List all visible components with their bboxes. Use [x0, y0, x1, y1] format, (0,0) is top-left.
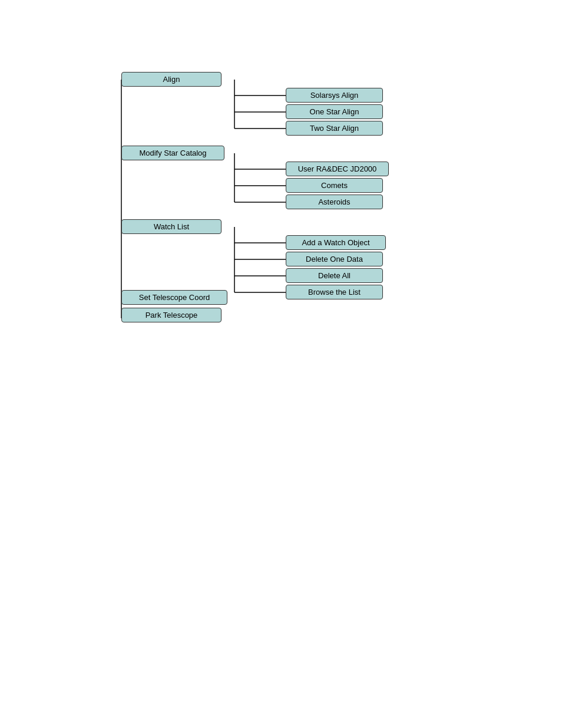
- comets-node[interactable]: Comets: [286, 178, 383, 193]
- park-telescope-label[interactable]: Park Telescope: [121, 308, 222, 322]
- tree-container: Align Modify Star Catalog Watch List Set…: [0, 0, 562, 330]
- solarsys-align-label[interactable]: Solarsys Align: [286, 88, 383, 103]
- watch-list-node[interactable]: Watch List: [121, 219, 222, 234]
- browse-list-node[interactable]: Browse the List: [286, 285, 383, 299]
- asteroids-label[interactable]: Asteroids: [286, 195, 383, 209]
- modify-star-catalog-node[interactable]: Modify Star Catalog: [121, 146, 224, 160]
- one-star-align-node[interactable]: One Star Align: [286, 104, 383, 119]
- user-radec-label[interactable]: User RA&DEC JD2000: [286, 162, 389, 176]
- add-watch-obj-label[interactable]: Add a Watch Object: [286, 235, 386, 250]
- comets-label[interactable]: Comets: [286, 178, 383, 193]
- set-telescope-coord-label[interactable]: Set Telescope Coord: [121, 290, 227, 305]
- two-star-align-label[interactable]: Two Star Align: [286, 121, 383, 136]
- align-node[interactable]: Align: [121, 72, 222, 87]
- two-star-align-node[interactable]: Two Star Align: [286, 121, 383, 136]
- delete-one-data-node[interactable]: Delete One Data: [286, 252, 383, 266]
- delete-all-label[interactable]: Delete All: [286, 268, 383, 283]
- browse-list-label[interactable]: Browse the List: [286, 285, 383, 299]
- set-telescope-coord-node[interactable]: Set Telescope Coord: [121, 290, 227, 305]
- one-star-align-label[interactable]: One Star Align: [286, 104, 383, 119]
- align-label[interactable]: Align: [121, 72, 222, 87]
- watch-list-label[interactable]: Watch List: [121, 219, 222, 234]
- add-watch-obj-node[interactable]: Add a Watch Object: [286, 235, 386, 250]
- delete-one-data-label[interactable]: Delete One Data: [286, 252, 383, 266]
- delete-all-node[interactable]: Delete All: [286, 268, 383, 283]
- tree-wrapper: Align Modify Star Catalog Watch List Set…: [100, 47, 513, 330]
- asteroids-node[interactable]: Asteroids: [286, 195, 383, 209]
- park-telescope-node[interactable]: Park Telescope: [121, 308, 222, 322]
- solarsys-align-node[interactable]: Solarsys Align: [286, 88, 383, 103]
- user-radec-node[interactable]: User RA&DEC JD2000: [286, 162, 389, 176]
- modify-star-catalog-label[interactable]: Modify Star Catalog: [121, 146, 224, 160]
